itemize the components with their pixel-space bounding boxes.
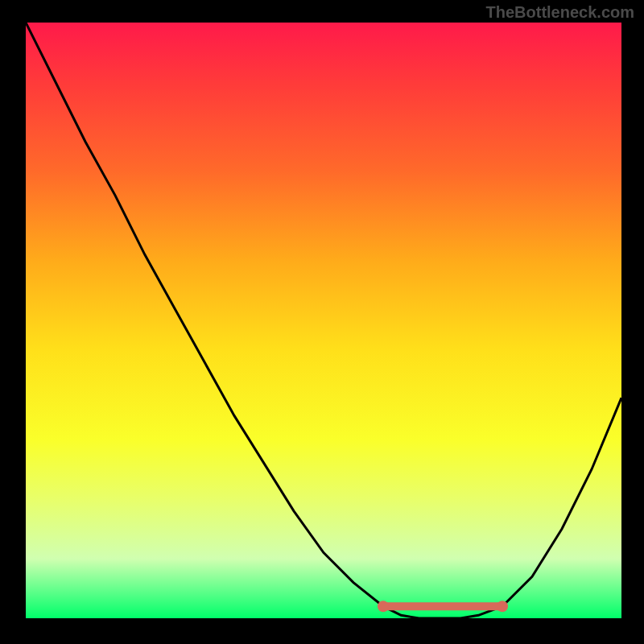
chart-plot-area: [26, 23, 621, 618]
svg-point-2: [497, 601, 508, 612]
svg-point-1: [378, 601, 389, 612]
watermark-text: TheBottleneck.com: [486, 3, 634, 22]
highlight-minimum: [378, 601, 508, 612]
bottleneck-curve: [26, 23, 621, 618]
chart-svg: [26, 23, 621, 618]
